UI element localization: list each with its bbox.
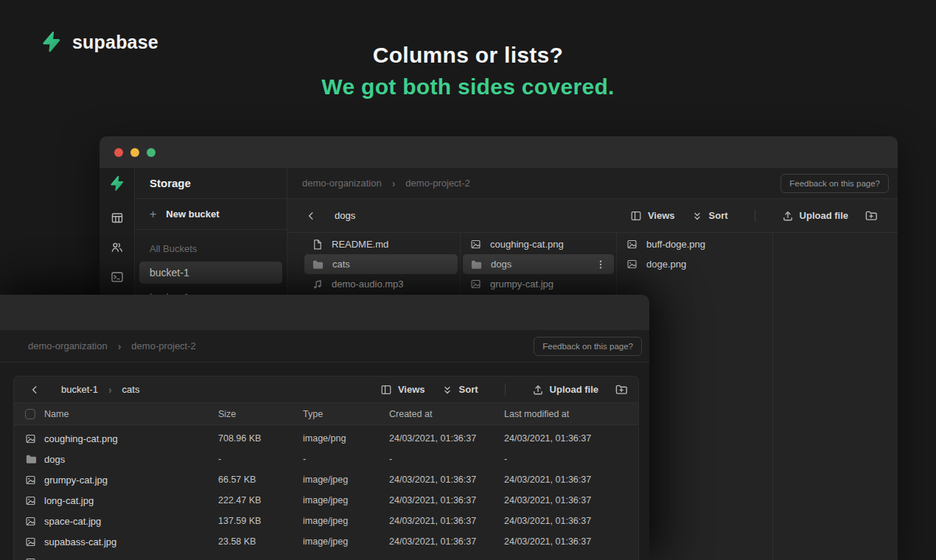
path-folder[interactable]: cats (122, 384, 140, 395)
image-icon (25, 536, 36, 547)
cell-size: 23.58 KB (218, 536, 303, 547)
toolbar-divider (505, 384, 506, 396)
back-chevron-icon[interactable] (305, 210, 317, 222)
breadcrumb-org[interactable]: demo-organization (302, 178, 382, 189)
new-bucket-label: New bucket (166, 209, 219, 220)
image-icon (470, 239, 481, 250)
rail-auth-button[interactable] (99, 233, 134, 262)
views-label: Views (398, 384, 425, 395)
file-item[interactable]: coughing-cat.png (463, 234, 614, 254)
column-header-size[interactable]: Size (218, 409, 303, 419)
sort-chevrons-icon (691, 210, 703, 222)
file-item[interactable]: doge.png (619, 254, 770, 274)
toolbar-actions: Views Sort Upload file (380, 383, 627, 396)
file-name: grumpy-cat.jpg (490, 279, 553, 290)
new-folder-button[interactable] (615, 383, 627, 396)
cell-modified: 24/03/2021, 01:36:37 (504, 536, 638, 547)
views-button[interactable]: Views (630, 210, 675, 222)
folder-item[interactable]: cats (304, 254, 458, 274)
select-all-checkbox[interactable] (25, 409, 35, 419)
bucket-label: bucket-1 (150, 267, 189, 279)
breadcrumb-project[interactable]: demo-project-2 (131, 340, 195, 351)
cell-modified: 24/03/2021, 01:36:37 (504, 516, 638, 526)
views-button[interactable]: Views (380, 384, 425, 396)
cell-name: dogs (44, 454, 218, 465)
table-row[interactable]: coughing-cat.png 708.96 KB image/png 24/… (14, 428, 638, 449)
explorer-toolbar: bucket-1 › cats Views Sort (14, 377, 638, 403)
breadcrumb-org[interactable]: demo-organization (28, 340, 108, 351)
cell-size: - (218, 454, 303, 464)
table-row[interactable]: space-cat.jpg 137.59 KB image/jpeg 24/03… (14, 511, 638, 531)
front-window: demo-organization › demo-project-2 Feedb… (0, 295, 649, 560)
folder-icon (25, 453, 37, 465)
file-item[interactable]: grumpy-cat.jpg (463, 274, 614, 294)
column-header-type[interactable]: Type (303, 409, 389, 419)
sort-button[interactable]: Sort (691, 210, 728, 222)
image-icon (25, 557, 36, 560)
cell-name: long-cat.jpg (44, 495, 218, 506)
cell-created: 24/03/2021, 01:36:37 (389, 433, 504, 444)
image-icon (25, 516, 36, 527)
file-name: demo-audio.mp3 (332, 279, 404, 290)
sort-label: Sort (459, 384, 478, 395)
folder-icon (470, 259, 482, 270)
kebab-menu-icon[interactable] (595, 259, 607, 270)
cell-created: 24/03/2021, 01:36:37 (389, 516, 504, 526)
back-chevron-icon[interactable] (29, 384, 41, 396)
upload-file-button[interactable]: Upload file (532, 384, 598, 396)
upload-icon (782, 210, 794, 222)
new-folder-icon (615, 383, 627, 396)
column-header-name[interactable]: Name (44, 409, 218, 419)
views-label: Views (648, 210, 675, 221)
traffic-zoom-button[interactable] (147, 148, 156, 157)
terminal-icon (111, 270, 124, 284)
traffic-minimize-button[interactable] (130, 148, 139, 157)
new-folder-icon (865, 209, 877, 222)
heading-line-1: Columns or lists? (0, 43, 936, 68)
plus-icon: + (150, 208, 156, 221)
rail-table-editor-button[interactable] (99, 203, 134, 233)
sort-label: Sort (709, 210, 728, 221)
feedback-button[interactable]: Feedback on this page? (534, 337, 642, 356)
file-name: README.md (332, 239, 388, 250)
sort-button[interactable]: Sort (441, 384, 478, 396)
column-header-created[interactable]: Created at (389, 409, 504, 419)
sidebar-item-bucket-1[interactable]: bucket-1 (139, 262, 282, 284)
cell-created: - (389, 454, 504, 464)
toolbar-divider (755, 210, 755, 222)
rail-sql-editor-button[interactable] (99, 262, 134, 292)
upload-icon (532, 384, 544, 396)
cell-modified: 24/03/2021, 01:36:37 (504, 495, 638, 505)
folder-name: cats (332, 259, 350, 270)
breadcrumb-project[interactable]: demo-project-2 (405, 178, 469, 189)
file-item[interactable]: demo-audio.mp3 (304, 274, 458, 294)
upload-file-button[interactable]: Upload file (782, 210, 848, 222)
table-row[interactable]: long-cat.jpg 222.47 KB image/jpeg 24/03/… (14, 490, 638, 511)
table-row[interactable]: supabass-cat.jpg 23.58 KB image/jpeg 24/… (14, 531, 638, 552)
file-item[interactable]: buff-doge.png (619, 234, 770, 254)
chevron-right-icon: › (392, 178, 396, 189)
new-folder-button[interactable] (865, 209, 877, 222)
table-row[interactable]: grumpy-cat.jpg 66.57 KB image/jpeg 24/03… (14, 469, 638, 490)
image-icon (25, 433, 36, 444)
table-row-partial[interactable] (14, 552, 638, 560)
breadcrumb: demo-organization › demo-project-2 Feedb… (0, 330, 649, 363)
folder-item[interactable]: dogs (463, 254, 614, 274)
image-icon (25, 495, 36, 506)
table-row[interactable]: dogs - - - - (14, 449, 638, 469)
views-columns-icon (380, 384, 392, 396)
users-icon (111, 241, 124, 254)
column-header-modified[interactable]: Last modified at (504, 409, 638, 419)
new-bucket-button[interactable]: + New bucket (135, 199, 287, 230)
cell-size: 66.57 KB (218, 475, 303, 485)
cell-type: image/png (303, 433, 389, 444)
file-item[interactable]: README.md (304, 234, 458, 254)
cell-modified: 24/03/2021, 01:36:37 (504, 433, 638, 444)
feedback-button[interactable]: Feedback on this page? (780, 174, 889, 193)
traffic-close-button[interactable] (114, 148, 123, 157)
path-bucket[interactable]: bucket-1 (61, 384, 98, 395)
rail-home-button[interactable] (99, 168, 134, 199)
cell-name: supabass-cat.jpg (44, 536, 218, 547)
image-icon (470, 279, 481, 290)
cell-name: space-cat.jpg (44, 516, 218, 527)
